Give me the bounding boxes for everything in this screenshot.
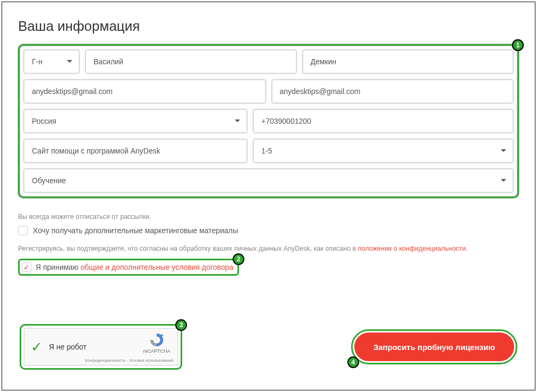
privacy-agreement-text: Регистрируясь, вы подтверждаете, что сог…	[18, 245, 519, 252]
recaptcha-label: Я не робот	[49, 343, 87, 351]
purpose-select[interactable]: Обучение	[24, 169, 513, 192]
page-title: Ваша информация	[18, 18, 519, 35]
accept-terms-row[interactable]: 2 ✓ Я принимаю общие и дополнительные ус…	[18, 259, 239, 276]
callout-badge-1: 1	[512, 39, 524, 51]
marketing-checkbox[interactable]	[18, 226, 28, 235]
salutation-select[interactable]: Г-н	[24, 50, 79, 73]
callout-badge-3: 3	[175, 319, 187, 331]
employees-select[interactable]: 1-5	[253, 139, 513, 163]
request-trial-license-button[interactable]: Запросить пробную лицензию	[354, 333, 514, 361]
recaptcha-widget[interactable]: ✓ Я не робот reCAPTCHA Конфиденциальност…	[24, 328, 178, 365]
accept-terms-checkbox[interactable]: ✓	[22, 262, 31, 272]
form-section: 1 Г-н Василий Демкин anydesktips@gmail.c…	[18, 44, 519, 198]
terms-link[interactable]: общие и дополнительные условия договора	[81, 263, 234, 271]
email-confirm-field[interactable]: anydesktips@gmail.com	[272, 80, 514, 103]
recaptcha-brand: reCAPTCHA	[140, 348, 173, 354]
callout-badge-4: 4	[347, 356, 359, 368]
checkmark-icon: ✓	[31, 339, 42, 355]
callout-badge-2: 2	[233, 253, 244, 265]
phone-field[interactable]: +70390001200	[253, 109, 513, 133]
recaptcha-icon	[149, 332, 165, 348]
recaptcha-section: 3 ✓ Я не робот reCAPTCHA Конфиден	[20, 324, 182, 370]
recaptcha-fineprint[interactable]: Конфиденциальность - Условия использован…	[85, 358, 173, 363]
privacy-policy-link[interactable]: положении о конфиденциальности	[358, 245, 466, 252]
accept-label-prefix: Я принимаю	[36, 263, 81, 271]
unsubscribe-note: Вы всегда можете отписаться от рассылки.	[18, 213, 519, 220]
marketing-label: Хочу получать дополнительные маркетингов…	[33, 226, 238, 235]
first-name-field[interactable]: Василий	[86, 50, 296, 73]
submit-section: 4 Запросить пробную лицензию	[351, 329, 517, 364]
country-select[interactable]: Россия	[24, 109, 247, 133]
company-field[interactable]: Сайт помощи с программой AnyDesk	[24, 139, 247, 163]
email-field[interactable]: anydesktips@gmail.com	[24, 80, 266, 103]
marketing-opt-in-row[interactable]: Хочу получать дополнительные маркетингов…	[18, 226, 519, 235]
last-name-field[interactable]: Демкин	[303, 50, 514, 73]
